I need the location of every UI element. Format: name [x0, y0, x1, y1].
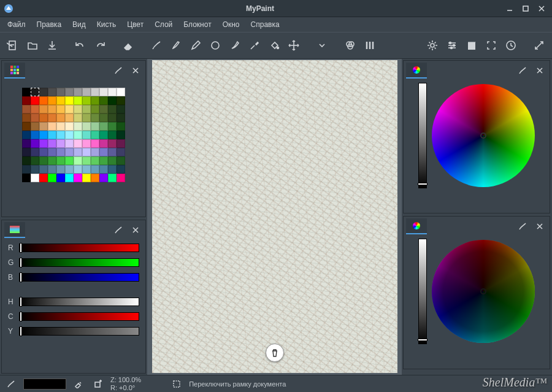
menu-слой[interactable]: Слой [150, 18, 177, 31]
panel-options-button[interactable] [111, 223, 126, 237]
current-color-preview[interactable] [23, 379, 66, 390]
channel-slider-y[interactable]: Y [8, 327, 139, 336]
swatch[interactable] [99, 156, 108, 165]
swatch[interactable] [31, 105, 39, 113]
swatch[interactable] [74, 174, 82, 182]
swatch[interactable] [39, 174, 48, 182]
swatch[interactable] [82, 113, 91, 122]
swatch[interactable] [31, 139, 39, 148]
swatch[interactable] [82, 156, 91, 165]
swatch[interactable] [31, 131, 39, 139]
channel-slider-r[interactable]: R [8, 244, 139, 252]
circle-icon[interactable] [206, 36, 224, 55]
clock-icon[interactable] [502, 36, 520, 55]
swatch[interactable] [108, 148, 117, 156]
document-canvas[interactable] [152, 60, 397, 373]
swatch[interactable] [82, 174, 91, 182]
swatch[interactable] [91, 113, 99, 122]
swatch[interactable] [99, 148, 108, 156]
swatch[interactable] [117, 139, 125, 148]
swatch[interactable] [31, 113, 39, 122]
swatch[interactable] [117, 122, 125, 131]
swatch[interactable] [117, 96, 125, 105]
swatch[interactable] [117, 105, 125, 113]
swatch[interactable] [48, 105, 56, 113]
swatch[interactable] [31, 165, 39, 174]
color-swatches[interactable] [22, 88, 125, 182]
open-file-icon[interactable] [23, 36, 42, 55]
clear-canvas-button[interactable] [266, 344, 284, 362]
swatch[interactable] [82, 139, 91, 148]
frame-toggle-icon[interactable] [169, 377, 184, 391]
swatch[interactable] [74, 96, 82, 105]
swatch[interactable] [22, 122, 31, 131]
swatch[interactable] [56, 131, 65, 139]
swatch[interactable] [31, 148, 39, 156]
color-wheel-tab[interactable] [406, 218, 427, 234]
swatch[interactable] [65, 174, 74, 182]
swatch[interactable] [22, 88, 31, 96]
swatch[interactable] [48, 131, 56, 139]
swatch[interactable] [99, 131, 108, 139]
swatch[interactable] [39, 96, 48, 105]
swatch[interactable] [74, 105, 82, 113]
eyedropper-icon[interactable] [245, 36, 264, 55]
swatch[interactable] [56, 148, 65, 156]
menu-файл[interactable]: Файл [2, 18, 31, 31]
swatch[interactable] [91, 148, 99, 156]
new-file-icon[interactable] [4, 36, 22, 55]
panel-close-button[interactable] [532, 219, 547, 234]
notepad-icon[interactable] [462, 36, 481, 55]
swatch[interactable] [99, 88, 108, 96]
panel-options-button[interactable] [515, 219, 530, 234]
color-wheel-tab[interactable] [406, 63, 427, 79]
swatch[interactable] [56, 105, 65, 113]
swatch[interactable] [117, 148, 125, 156]
swatch[interactable] [82, 105, 91, 113]
swatch[interactable] [91, 165, 99, 174]
palette-tab[interactable] [4, 63, 25, 79]
brush-tool-icon[interactable] [4, 377, 18, 391]
swatch[interactable] [39, 88, 48, 96]
swatch[interactable] [48, 156, 56, 165]
save-file-icon[interactable] [43, 36, 61, 55]
swatch[interactable] [56, 122, 65, 131]
swatch[interactable] [91, 88, 99, 96]
brush-icon[interactable] [147, 36, 166, 55]
swatch[interactable] [99, 139, 108, 148]
swatch[interactable] [48, 88, 56, 96]
swatch[interactable] [108, 113, 117, 122]
swatch[interactable] [48, 174, 56, 182]
swatch[interactable] [31, 122, 39, 131]
swatch[interactable] [56, 96, 65, 105]
swatch[interactable] [99, 96, 108, 105]
brush-presets-icon[interactable] [361, 36, 379, 55]
redo-icon[interactable] [91, 36, 109, 55]
swatch[interactable] [108, 131, 117, 139]
move-icon[interactable] [285, 36, 303, 55]
panel-options-button[interactable] [515, 63, 530, 78]
value-slider[interactable] [418, 239, 427, 344]
menu-правка[interactable]: Правка [32, 18, 67, 31]
swatch[interactable] [108, 88, 117, 96]
swatch[interactable] [82, 88, 91, 96]
channel-slider-c[interactable]: C [8, 312, 139, 321]
swatch[interactable] [74, 165, 82, 174]
swatch[interactable] [82, 96, 91, 105]
swatch[interactable] [74, 139, 82, 148]
swatch[interactable] [48, 148, 56, 156]
menu-цвет[interactable]: Цвет [122, 18, 148, 31]
swatch[interactable] [56, 88, 65, 96]
swatch[interactable] [65, 156, 74, 165]
add-layer-icon[interactable] [91, 377, 105, 391]
swatch[interactable] [91, 122, 99, 131]
swatch[interactable] [99, 122, 108, 131]
swatch[interactable] [22, 96, 31, 105]
swatch[interactable] [108, 139, 117, 148]
swatch[interactable] [74, 131, 82, 139]
swatch[interactable] [39, 113, 48, 122]
swatch[interactable] [91, 156, 99, 165]
swatch[interactable] [31, 88, 39, 96]
swatch[interactable] [48, 165, 56, 174]
swatch[interactable] [91, 96, 99, 105]
